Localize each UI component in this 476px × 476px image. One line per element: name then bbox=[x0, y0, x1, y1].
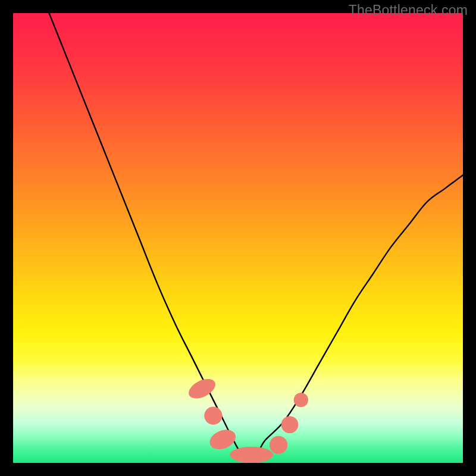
curve-marker bbox=[270, 436, 287, 454]
curve-marker bbox=[204, 407, 222, 425]
outer-frame: TheBottleneck.com bbox=[0, 0, 476, 476]
chart-markers bbox=[186, 375, 308, 463]
curve-marker bbox=[294, 393, 308, 407]
chart-plot-area bbox=[13, 13, 463, 463]
curve-marker bbox=[207, 426, 239, 453]
chart-curve bbox=[49, 13, 463, 456]
curve-path bbox=[49, 13, 463, 456]
curve-marker bbox=[186, 375, 218, 402]
chart-svg bbox=[13, 13, 463, 463]
curve-marker bbox=[230, 447, 273, 463]
curve-marker bbox=[281, 416, 299, 433]
